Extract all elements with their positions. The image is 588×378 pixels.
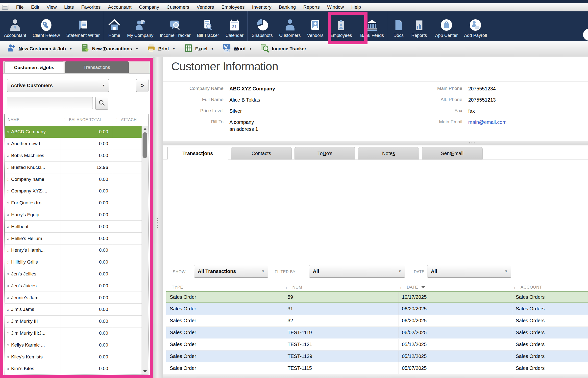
menu-customers[interactable]: Customers bbox=[163, 4, 193, 10]
date-dropdown[interactable]: All▼ bbox=[427, 265, 511, 278]
customer-row[interactable]: ◇Hellie's Helium0.00 bbox=[5, 232, 142, 244]
menu-accountant[interactable]: Accountant bbox=[104, 4, 135, 10]
toolbar-snapshots-button[interactable]: Snapshots bbox=[248, 11, 276, 41]
column-header-name[interactable]: NAME bbox=[5, 118, 63, 122]
tab-contacts[interactable]: Contacts bbox=[231, 147, 292, 160]
transaction-row[interactable]: Sales OrderTEST-112105/12/2025Sales Orde… bbox=[166, 339, 588, 351]
customer-row[interactable]: ◇Company name0.00 bbox=[5, 173, 142, 185]
customer-row[interactable]: ◇ABCD Company0.00 bbox=[5, 126, 142, 138]
horizontal-splitter[interactable] bbox=[163, 141, 588, 145]
customer-row[interactable]: ◇Kellys Karmic ...0.00 bbox=[5, 339, 142, 351]
customer-row[interactable]: ◇Jennie's Jam...0.00 bbox=[5, 292, 142, 303]
toolbar-vendors-button[interactable]: Vendors bbox=[304, 11, 327, 41]
customer-row[interactable]: ◇Another new L...0.00 bbox=[5, 138, 142, 150]
customer-row[interactable]: ◇For Quotes fro...0.00 bbox=[5, 197, 142, 209]
filter-by-dropdown[interactable]: All▼ bbox=[309, 265, 405, 278]
customer-row[interactable]: ◇Harry's Equip...0.00 bbox=[5, 209, 142, 221]
customer-name-cell: ◇Jim Murky III:J... bbox=[5, 330, 60, 336]
menu-reports[interactable]: Reports bbox=[299, 4, 323, 10]
column-header-date[interactable]: ⋮DATE bbox=[398, 285, 512, 290]
menu-banking[interactable]: Banking bbox=[275, 4, 300, 10]
column-header-num[interactable]: ⋮NUM bbox=[284, 285, 398, 290]
tab-transactions[interactable]: Transactions bbox=[65, 61, 129, 73]
menu-company[interactable]: Company bbox=[135, 4, 163, 10]
transaction-row[interactable]: Sales Order3106/20/2025Sales Orders bbox=[166, 303, 588, 315]
customer-row[interactable]: ◇Hillbilly Grills0.00 bbox=[5, 256, 142, 268]
customer-name: Hellbent bbox=[11, 224, 28, 229]
transaction-row[interactable]: Sales Order3206/20/2025Sales Orders bbox=[166, 315, 588, 327]
scroll-down-icon[interactable] bbox=[143, 370, 147, 373]
customer-row[interactable]: ◇Jen's Jellies0.00 bbox=[5, 268, 142, 280]
toolbar-income-tracker-button[interactable]: Income Tracker bbox=[157, 11, 194, 41]
column-header-type[interactable]: TYPE bbox=[166, 285, 284, 290]
quick-action-new-customer-job[interactable]: New Customer & Job▼ bbox=[3, 41, 76, 57]
customer-row[interactable]: ◇Jim Murky III0.00 bbox=[5, 315, 142, 327]
toolbar-customers-button[interactable]: Customers bbox=[276, 11, 304, 41]
panel-splitter[interactable] bbox=[153, 57, 163, 378]
customer-view-dropdown[interactable]: Active Customers ▼ bbox=[7, 79, 109, 92]
customer-row[interactable]: ◇Henry's Hamh...0.00 bbox=[5, 244, 142, 256]
menu-window[interactable]: Window bbox=[323, 4, 348, 10]
menu-favorites[interactable]: Favorites bbox=[77, 4, 104, 10]
collapse-panel-button[interactable]: > bbox=[136, 79, 148, 92]
quick-action-income-tracker[interactable]: Income Tracker bbox=[256, 41, 310, 57]
scrollbar-thumb[interactable] bbox=[143, 132, 147, 158]
column-header-attach[interactable]: ⋮ATTACH bbox=[115, 118, 148, 122]
toolbar-client-review-button[interactable]: Client Review bbox=[29, 11, 63, 41]
toolbar-bank-feeds-button[interactable]: Bank Feeds bbox=[357, 11, 387, 41]
toolbar-reports-button[interactable]: Reports bbox=[408, 11, 430, 41]
tab-notes[interactable]: Notes bbox=[358, 147, 419, 160]
toolbar-add-payroll-button[interactable]: Add Payroll bbox=[461, 11, 490, 41]
column-header-account[interactable]: ⋮ACCOUNT bbox=[512, 285, 588, 290]
customer-row[interactable]: ◇Jen's Juices0.00 bbox=[5, 280, 142, 292]
toolbar-calendar-button[interactable]: 31Calendar bbox=[222, 11, 247, 41]
tab-customers-jobs[interactable]: Customers & Jobs bbox=[4, 61, 64, 73]
toolbar-my-company-button[interactable]: My Company bbox=[124, 11, 157, 41]
quick-action-excel[interactable]: Excel▼ bbox=[180, 41, 218, 57]
toolbar-app-center-button[interactable]: App Center bbox=[432, 11, 461, 41]
toolbar-home-button[interactable]: Home bbox=[105, 11, 124, 41]
quick-action-new-transactions[interactable]: New Transactions▼ bbox=[76, 41, 143, 57]
menu-lists[interactable]: Lists bbox=[60, 4, 77, 10]
menu-help[interactable]: Help bbox=[348, 4, 365, 10]
tab-to-do-s[interactable]: To Do's bbox=[294, 147, 355, 160]
search-button[interactable] bbox=[95, 97, 108, 110]
toolbar-employees-button[interactable]: Employees bbox=[327, 11, 355, 41]
quick-action-word[interactable]: Word▼ bbox=[218, 41, 256, 57]
new-transactions-icon bbox=[81, 44, 90, 54]
transaction-row[interactable]: Sales OrderTEST-111906/02/2025Sales Orde… bbox=[166, 327, 588, 339]
toolbar-bill-tracker-button[interactable]: Bill Tracker bbox=[194, 11, 222, 41]
toolbar-accountant-button[interactable]: Accountant bbox=[1, 11, 29, 41]
tab-transactions[interactable]: Transactions bbox=[167, 147, 228, 160]
splitter-grip-icon bbox=[469, 142, 475, 143]
transaction-row[interactable]: Sales OrderTEST-112905/12/2025Sales Orde… bbox=[166, 351, 588, 362]
customer-row[interactable]: ◇Hellbent0.00 bbox=[5, 220, 142, 232]
transaction-row[interactable]: Sales OrderTEST-111505/07/2025Sales Orde… bbox=[166, 362, 588, 374]
menu-file[interactable]: File bbox=[12, 4, 27, 10]
customer-row[interactable]: ◇Busted Knuckl...12.96 bbox=[5, 161, 142, 173]
menu-edit[interactable]: Edit bbox=[27, 4, 43, 10]
customer-balance-cell: 12.96 bbox=[60, 162, 112, 173]
menu-inventory[interactable]: Inventory bbox=[248, 4, 275, 10]
customer-name-cell: ◇Henry's Hamh... bbox=[5, 247, 60, 253]
tab-sent-email[interactable]: Sent Email bbox=[422, 147, 483, 160]
customer-row[interactable]: ◇Jim's Jams0.00 bbox=[5, 303, 142, 315]
show-dropdown[interactable]: All Transactions▼ bbox=[194, 265, 268, 278]
customer-list-scrollbar[interactable] bbox=[142, 126, 148, 375]
customer-row[interactable]: ◇Bob's Machines0.00 bbox=[5, 150, 142, 162]
menu-vendors[interactable]: Vendors bbox=[193, 4, 218, 10]
quick-action-print[interactable]: Print▼ bbox=[143, 41, 179, 57]
scroll-up-icon[interactable] bbox=[143, 128, 147, 130]
column-header-balance-total[interactable]: ⋮BALANCE TOTAL bbox=[63, 118, 115, 122]
transaction-row[interactable]: Sales Order5910/17/2025Sales Orders bbox=[166, 291, 588, 303]
toolbar-statement-writer-button[interactable]: Statement Writer bbox=[63, 11, 103, 41]
customer-row[interactable]: ◇Jim Murky III:J...0.00 bbox=[5, 327, 142, 339]
menu-view[interactable]: View bbox=[43, 4, 60, 10]
menu-employees[interactable]: Employees bbox=[218, 4, 248, 10]
customer-search-input[interactable] bbox=[7, 97, 93, 109]
customer-row[interactable]: ◇Kim's Kites0.00 bbox=[5, 363, 142, 375]
toolbar-docs-button[interactable]: Docs bbox=[389, 11, 408, 41]
customer-row[interactable]: ◇Company XYZ-...0.00 bbox=[5, 185, 142, 197]
customer-row[interactable]: ◇Kiley's Kemists0.00 bbox=[5, 351, 142, 363]
email-link[interactable]: main@email.com bbox=[468, 119, 507, 126]
